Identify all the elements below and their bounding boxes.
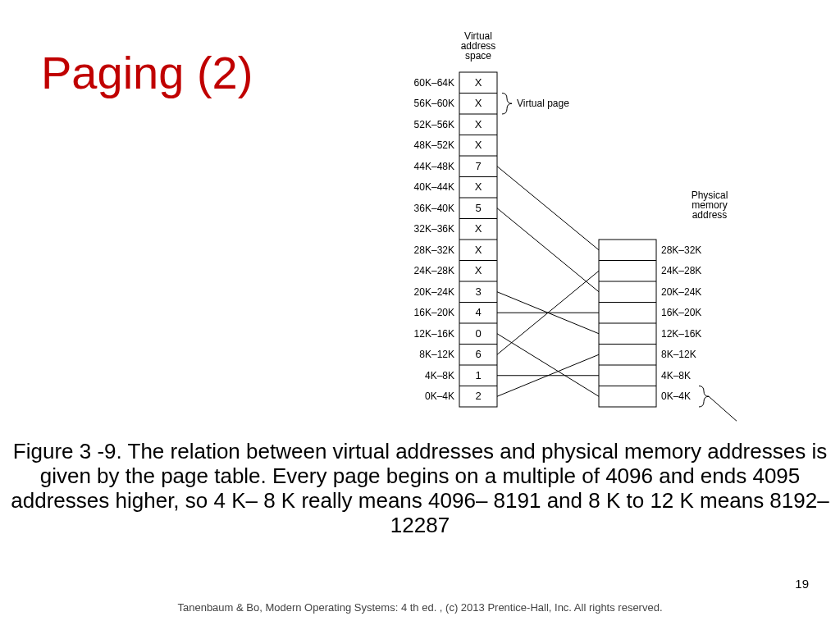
svg-text:12K–16K: 12K–16K (414, 328, 454, 340)
svg-text:Virtual page: Virtual page (517, 98, 569, 109)
svg-text:4K–8K: 4K–8K (425, 370, 454, 381)
slide-title: Paging (2) (41, 46, 253, 99)
svg-text:space: space (465, 50, 491, 62)
svg-text:12K–16K: 12K–16K (661, 328, 701, 340)
svg-text:20K–24K: 20K–24K (661, 286, 701, 298)
svg-text:44K–48K: 44K–48K (414, 161, 454, 172)
svg-text:3: 3 (475, 285, 481, 298)
svg-text:X: X (475, 222, 482, 235)
svg-text:X: X (475, 76, 482, 89)
svg-text:48K–52K: 48K–52K (414, 139, 454, 151)
svg-text:1: 1 (475, 369, 481, 381)
svg-text:32K–36K: 32K–36K (414, 223, 454, 235)
svg-text:5: 5 (475, 202, 481, 214)
svg-text:60K–64K: 60K–64K (414, 77, 454, 89)
svg-text:X: X (475, 180, 482, 193)
svg-text:28K–32K: 28K–32K (661, 244, 701, 256)
svg-text:address: address (692, 209, 728, 221)
svg-text:4K–8K: 4K–8K (661, 370, 691, 381)
figure-caption: Figure 3 -9. The relation between virtua… (10, 440, 830, 538)
svg-line-71 (497, 167, 599, 250)
svg-text:20K–24K: 20K–24K (414, 286, 454, 298)
svg-text:16K–20K: 16K–20K (414, 307, 454, 318)
svg-line-72 (497, 208, 599, 292)
svg-text:4: 4 (475, 306, 481, 318)
svg-text:28K–32K: 28K–32K (414, 244, 454, 256)
svg-text:40K–44K: 40K–44K (414, 181, 454, 193)
svg-text:8K–12K: 8K–12K (661, 349, 696, 360)
svg-text:8K–12K: 8K–12K (419, 349, 454, 360)
svg-text:52K–56K: 52K–56K (414, 119, 454, 130)
paging-diagram: VirtualaddressspacePhysicalmemoryaddress… (377, 28, 771, 422)
svg-text:24K–28K: 24K–28K (414, 265, 454, 276)
page-number: 19 (795, 577, 809, 591)
svg-text:2: 2 (475, 390, 481, 402)
svg-text:0K–4K: 0K–4K (661, 390, 691, 402)
svg-text:X: X (475, 118, 482, 130)
svg-text:0K–4K: 0K–4K (425, 390, 454, 402)
svg-text:X: X (475, 139, 482, 151)
footer-text: Tanenbaum & Bo, Modern Operating Systems… (0, 601, 840, 614)
svg-text:0: 0 (475, 327, 481, 340)
svg-text:X: X (475, 264, 482, 276)
svg-text:X: X (475, 244, 482, 256)
svg-text:56K–60K: 56K–60K (414, 98, 454, 109)
svg-text:6: 6 (475, 348, 481, 360)
svg-text:16K–20K: 16K–20K (661, 307, 701, 318)
svg-text:7: 7 (475, 160, 481, 172)
svg-text:36K–40K: 36K–40K (414, 203, 454, 214)
svg-text:24K–28K: 24K–28K (661, 265, 701, 276)
svg-line-79 (709, 396, 737, 421)
svg-text:X: X (475, 97, 482, 109)
svg-line-75 (497, 334, 599, 397)
